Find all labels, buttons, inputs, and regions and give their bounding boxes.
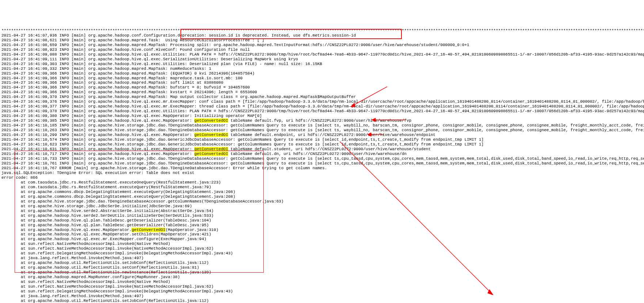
log-line: 2021-04-27 16:41:09,376 INFO [main] org.… bbox=[1, 99, 643, 104]
log-line: at sun.reflect.NativeMethodAccessorImpl.… bbox=[1, 280, 643, 284]
log-line: 2021-04-27 16:41:09,385 INFO [main] org.… bbox=[1, 118, 643, 123]
log-line: at sun.reflect.DelegatingMethodAccessorI… bbox=[1, 251, 643, 256]
log-line: 2021-04-27 16:41:08,621 INFO [main] org.… bbox=[1, 38, 643, 43]
log-line: 2021-04-27 16:41:10,717 INFO [main] org.… bbox=[1, 152, 643, 156]
log-line: at sun.reflect.NativeMethodAccessorImpl.… bbox=[1, 246, 643, 251]
log-line: 2021-04-27 16:41:09,366 INFO [main] org.… bbox=[1, 76, 643, 81]
log-line: at org.apache.hadoop.hive.serde2.SerDeUt… bbox=[1, 213, 643, 218]
highlight-getConvertedOI: getConvertedOI bbox=[194, 147, 228, 151]
log-line: 2021-04-27 16:41:08,923 INFO [main] org.… bbox=[1, 48, 643, 52]
log-line: at org.apache.hadoop.hive.ql.plan.TableD… bbox=[1, 223, 643, 228]
log-line: 2021-04-27 16:41:10,631 INFO [main] org.… bbox=[1, 147, 643, 152]
log-line: 2021-04-27 16:41:09,377 INFO [main] org.… bbox=[1, 104, 643, 109]
log-line: at java.lang.reflect.Method.invoke(Metho… bbox=[1, 294, 643, 299]
log-line: 2021-04-27 16:41:09,111 INFO [main] org.… bbox=[1, 57, 643, 62]
log-line: 2021-04-27 16:41:10,263 INFO [main] org.… bbox=[1, 128, 643, 133]
highlight-getConvertedOI: getConvertedOI bbox=[194, 118, 228, 123]
log-line: 2021-04-27 16:41:08,659 INFO [main] org.… bbox=[1, 43, 643, 48]
log-line: 2021-04-27 16:41:09,378 INFO [main] org.… bbox=[1, 109, 643, 114]
log-line: 2021-04-27 16:41:09,303 INFO [main] org.… bbox=[1, 62, 643, 67]
log-line: 2021-04-27 16:41:10,767 ERROR [main] org… bbox=[1, 166, 643, 171]
log-line: at org.apache.hadoop.hive.serde2.Abstrac… bbox=[1, 209, 643, 213]
log-output: ****************************************… bbox=[0, 19, 644, 303]
log-line: 2021-04-27 16:41:10,733 INFO [main] org.… bbox=[1, 156, 643, 161]
log-line: 2021-04-27 16:41:09,366 INFO [main] org.… bbox=[1, 85, 643, 90]
log-line: 2021-04-27 16:41:07,936 INFO [main] org.… bbox=[1, 33, 643, 38]
log-line: 2021-04-27 16:41:10,185 INFO [main] org.… bbox=[1, 123, 643, 128]
log-line: 2021-04-27 16:41:09,088 INFO [main] org.… bbox=[1, 52, 643, 57]
log-line: 2021-04-27 16:41:10,574 INFO [main] org.… bbox=[1, 137, 643, 142]
log-lines: ****************************************… bbox=[1, 29, 643, 303]
highlight-getConvertedOI: getConvertedOI bbox=[194, 133, 228, 137]
log-line: at org.apache.hadoop.util.ReflectionUtil… bbox=[1, 265, 643, 270]
log-line: at org.apache.hadoop.mapred.MapRunner.co… bbox=[1, 275, 643, 280]
log-line: error code: 866 bbox=[1, 175, 643, 180]
log-line: 2021-04-27 16:41:09,332 INFO [main] org.… bbox=[1, 67, 643, 71]
log-line: 2021-04-27 16:41:09,366 INFO [main] org.… bbox=[1, 80, 643, 85]
log-line: at org.apache.hive.storage.jdbc.JdbcSerD… bbox=[1, 204, 643, 209]
log-line: at org.apache.hadoop.util.ReflectionUtil… bbox=[1, 261, 643, 265]
log-line: 2021-04-27 16:41:09,366 INFO [main] org.… bbox=[1, 71, 643, 76]
log-line: at org.apache.hadoop.hive.ql.exec.MapOpe… bbox=[1, 228, 643, 232]
log-line: at org.apache.hadoop.hive.ql.plan.TableD… bbox=[1, 218, 643, 223]
log-line: at com.taosdata.jdbc.rs.RestfulStatement… bbox=[1, 185, 643, 190]
highlight-getConvertedOI: getConvertedOI bbox=[132, 228, 165, 232]
log-line: at org.apache.commons.dbcp.DelegatingSta… bbox=[1, 194, 643, 199]
log-line: at sun.reflect.NativeMethodAccessorImpl.… bbox=[1, 284, 643, 289]
log-line: at org.apache.hadoop.hive.ql.exec.mr.Exe… bbox=[1, 237, 643, 242]
log-line: at org.apache.hadoop.util.ReflectionUtil… bbox=[1, 299, 643, 303]
log-line: at sun.reflect.NativeMethodAccessorImpl.… bbox=[1, 242, 643, 246]
log-line: ****************************************… bbox=[1, 29, 643, 33]
log-line: 2021-04-27 16:41:09,366 INFO [main] org.… bbox=[1, 90, 643, 95]
log-line: at org.apache.hive.storage.jdbc.dao.TDen… bbox=[1, 199, 643, 204]
log-line: 2021-04-27 16:41:09,370 INFO [main] org.… bbox=[1, 95, 643, 99]
log-line: at java.lang.reflect.Method.invoke(Metho… bbox=[1, 256, 643, 261]
log-line: 2021-04-27 16:41:10,761 INFO [main] org.… bbox=[1, 161, 643, 166]
log-line: at org.apache.hadoop.hive.ql.exec.MapOpe… bbox=[1, 232, 643, 237]
log-line: 2021-04-27 16:41:10,299 INFO [main] org.… bbox=[1, 133, 643, 137]
log-line: at org.apache.commons.dbcp.DelegatingSta… bbox=[1, 190, 643, 194]
log-line: at org.apache.hadoop.util.ReflectionUtil… bbox=[1, 270, 643, 275]
log-line: 2021-04-27 16:41:09,380 INFO [main] org.… bbox=[1, 114, 643, 118]
log-line: java.sql.SQLException: TDengine Error: S… bbox=[1, 171, 643, 175]
log-line: at com.taosdata.jdbc.rs.RestfulStatement… bbox=[1, 180, 643, 185]
log-line: 2021-04-27 16:41:10,623 INFO [main] org.… bbox=[1, 142, 643, 147]
log-line: at sun.reflect.DelegatingMethodAccessorI… bbox=[1, 289, 643, 294]
highlight-getConvertedOI: getConvertedOI bbox=[194, 152, 228, 156]
